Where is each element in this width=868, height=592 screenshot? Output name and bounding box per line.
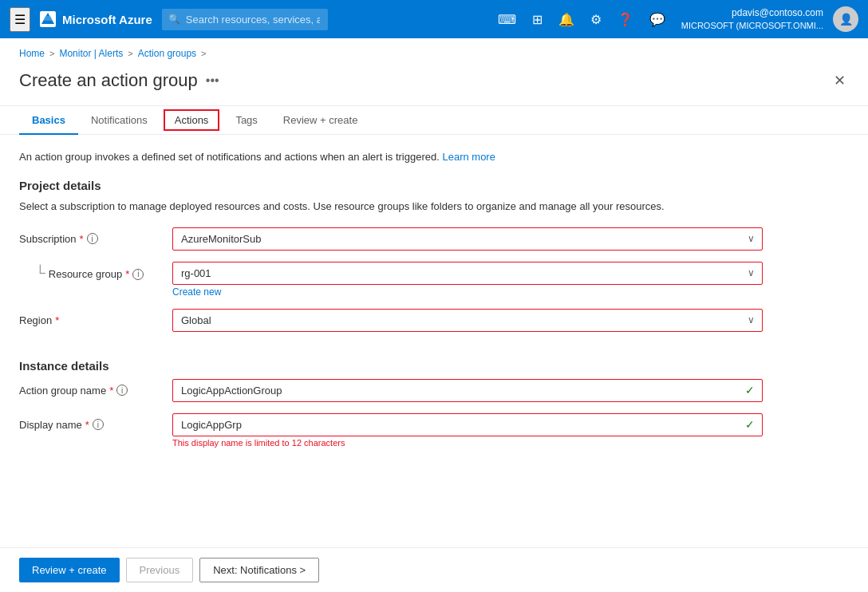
user-info: pdavis@contoso.com MICROSOFT (MICROSOFT.… (681, 7, 823, 31)
breadcrumb-action-groups[interactable]: Action groups (138, 48, 196, 59)
svg-marker-1 (43, 16, 53, 21)
action-group-name-input[interactable] (172, 379, 763, 402)
rg-required: * (125, 268, 129, 280)
search-wrapper: 🔍 (162, 9, 328, 30)
tabs: Basics Notifications Actions Tags Review… (0, 106, 868, 135)
review-create-button[interactable]: Review + create (19, 558, 120, 582)
display-name-validation: This display name is limited to 12 chara… (172, 438, 763, 448)
subscription-select-wrapper: AzureMonitorSub (172, 227, 763, 251)
agn-control: ✓ (172, 379, 763, 402)
directory-button[interactable]: ⊞ (526, 7, 549, 32)
feedback-button[interactable]: 💬 (643, 7, 672, 32)
rg-label-area: └ Resource group * i (19, 262, 163, 282)
rg-bracket: └ (35, 266, 45, 280)
breadcrumb-sep-3: > (201, 49, 206, 58)
help-button[interactable]: ❓ (611, 7, 640, 32)
learn-more-link[interactable]: Learn more (442, 151, 495, 163)
breadcrumb-sep-2: > (128, 49, 132, 58)
display-name-input[interactable] (172, 413, 763, 436)
tab-tags[interactable]: Tags (223, 106, 270, 134)
agn-info-icon[interactable]: i (116, 385, 128, 396)
breadcrumb: Home > Monitor | Alerts > Action groups … (0, 38, 868, 62)
tab-actions[interactable]: Actions (164, 109, 220, 131)
breadcrumb-home[interactable]: Home (19, 48, 45, 59)
subscription-control: AzureMonitorSub (172, 227, 763, 251)
user-tenant: MICROSOFT (MICROSOFT.ONMI... (681, 20, 823, 31)
section-divider (19, 343, 849, 359)
rg-select-wrapper: rg-001 (172, 262, 763, 285)
breadcrumb-monitor-alerts[interactable]: Monitor | Alerts (59, 48, 123, 59)
project-details-title: Project details (19, 179, 849, 192)
display-name-label: Display name * i (19, 413, 163, 431)
notifications-button[interactable]: 🔔 (552, 7, 581, 32)
next-notifications-button[interactable]: Next: Notifications > (199, 558, 319, 582)
resource-group-row: └ Resource group * i rg-001 Create new (19, 262, 849, 298)
previous-button: Previous (126, 558, 194, 582)
agn-input-wrapper: ✓ (172, 379, 763, 402)
info-text: An action group invokes a defined set of… (19, 151, 849, 163)
settings-button[interactable]: ⚙ (584, 7, 608, 32)
page-title-row: Create an action group ••• (19, 70, 219, 91)
region-select-wrapper: Global (172, 309, 763, 332)
topbar: ☰ Microsoft Azure 🔍 ⌨ ⊞ 🔔 ⚙ ❓ 💬 pdavis@c… (0, 0, 868, 38)
rg-select[interactable]: rg-001 (172, 262, 763, 285)
agn-required: * (109, 385, 113, 397)
tab-review-create[interactable]: Review + create (270, 106, 371, 134)
project-details-desc: Select a subscription to manage deployed… (19, 199, 849, 215)
search-input[interactable] (162, 9, 328, 30)
topbar-icons: ⌨ ⊞ 🔔 ⚙ ❓ 💬 pdavis@contoso.com MICROSOFT… (491, 6, 858, 32)
action-group-name-label: Action group name * i (19, 379, 163, 397)
avatar[interactable]: 👤 (833, 6, 858, 32)
tab-basics[interactable]: Basics (19, 106, 78, 134)
logo-text: Microsoft Azure (62, 13, 152, 26)
content-area: An action group invokes a defined set of… (0, 135, 868, 547)
rg-control: rg-001 Create new (172, 262, 763, 298)
region-select[interactable]: Global (172, 309, 763, 332)
region-row: Region * Global (19, 309, 849, 332)
dn-input-wrapper: ✓ (172, 413, 763, 436)
breadcrumb-sep-1: > (49, 49, 54, 58)
agn-check-icon: ✓ (745, 384, 755, 397)
search-icon: 🔍 (168, 14, 180, 25)
page-header: Create an action group ••• ✕ (0, 62, 868, 106)
rg-label-indent: └ Resource group * i (19, 267, 163, 282)
dn-info-icon[interactable]: i (93, 419, 104, 430)
main-container: Home > Monitor | Alerts > Action groups … (0, 38, 868, 592)
subscription-select[interactable]: AzureMonitorSub (172, 227, 763, 251)
hamburger-menu-button[interactable]: ☰ (10, 7, 30, 32)
region-label: Region * (19, 309, 163, 326)
subscription-required: * (80, 233, 84, 245)
more-options-button[interactable]: ••• (206, 73, 219, 88)
rg-info-icon[interactable]: i (132, 269, 144, 280)
close-button[interactable]: ✕ (831, 69, 849, 93)
user-email: pdavis@contoso.com (732, 7, 823, 20)
page-title: Create an action group (19, 70, 198, 91)
footer: Review + create Previous Next: Notificat… (0, 547, 868, 592)
tab-notifications[interactable]: Notifications (78, 106, 160, 134)
dn-required: * (85, 419, 89, 431)
subscription-info-icon[interactable]: i (87, 233, 98, 244)
cloud-shell-button[interactable]: ⌨ (491, 7, 523, 32)
action-group-name-row: Action group name * i ✓ (19, 379, 849, 402)
subscription-label: Subscription * i (19, 227, 163, 245)
azure-logo: Microsoft Azure (40, 11, 152, 27)
dn-control: ✓ This display name is limited to 12 cha… (172, 413, 763, 448)
instance-details-title: Instance details (19, 359, 849, 373)
region-control: Global (172, 309, 763, 332)
dn-check-icon: ✓ (745, 418, 755, 431)
azure-logo-icon (40, 11, 56, 27)
region-required: * (55, 314, 59, 326)
subscription-row: Subscription * i AzureMonitorSub (19, 227, 849, 251)
display-name-row: Display name * i ✓ This display name is … (19, 413, 849, 448)
create-new-rg-link[interactable]: Create new (172, 286, 221, 298)
